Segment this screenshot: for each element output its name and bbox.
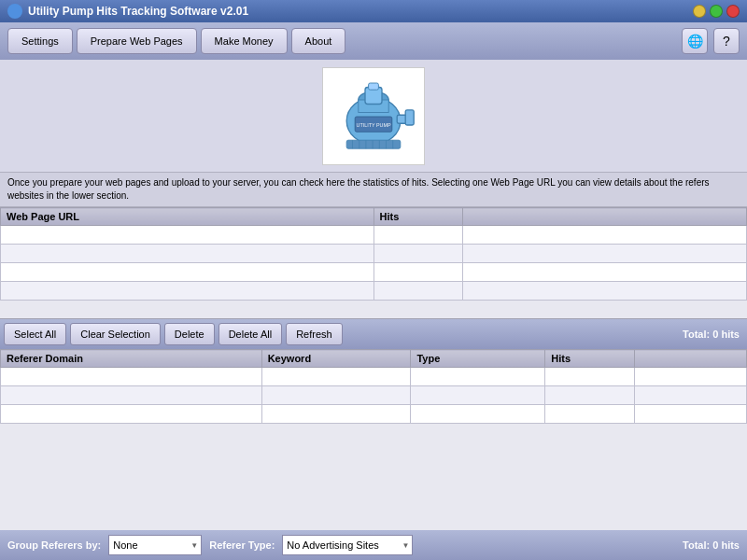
col-hits2: Hits xyxy=(545,350,635,368)
clear-selection-button[interactable]: Clear Selection xyxy=(70,323,161,345)
col-keyword: Keyword xyxy=(261,350,411,368)
svg-text:UTILITY PUMP: UTILITY PUMP xyxy=(357,121,391,127)
help-icon-button[interactable]: ? xyxy=(713,28,740,54)
col-hits: Hits xyxy=(374,208,463,226)
info-text: Once you prepare your web pages and uplo… xyxy=(0,172,747,207)
col-extra2 xyxy=(635,350,747,368)
group-by-label: Group Referers by: xyxy=(7,539,101,551)
referer-type-wrapper[interactable]: No Advertising Sites ▼ xyxy=(282,535,413,555)
top-table-container: Web Page URL Hits xyxy=(0,207,747,319)
top-total-label: Total: 0 hits xyxy=(683,329,743,340)
window-title: Utility Pump Hits Tracking Software v2.0… xyxy=(28,5,248,18)
action-bar: Select All Clear Selection Delete Delete… xyxy=(0,319,747,349)
group-by-wrapper[interactable]: None ▼ xyxy=(108,535,202,555)
product-image: UTILITY PUMP xyxy=(322,67,425,165)
title-bar: Utility Pump Hits Tracking Software v2.0… xyxy=(0,0,747,22)
svg-rect-7 xyxy=(346,140,401,148)
table-row[interactable] xyxy=(1,263,747,282)
maximize-button[interactable] xyxy=(710,5,723,18)
toolbar: Settings Prepare Web Pages Make Money Ab… xyxy=(0,22,747,60)
main-content: UTILITY PUMP Once you prepare your web p… xyxy=(0,60,747,560)
col-referer-domain: Referer Domain xyxy=(1,350,262,368)
minimize-button[interactable] xyxy=(693,5,706,18)
make-money-button[interactable]: Make Money xyxy=(201,28,288,54)
delete-all-button[interactable]: Delete All xyxy=(218,323,282,345)
referer-type-label: Referer Type: xyxy=(209,539,275,551)
globe-icon-button[interactable]: 🌐 xyxy=(682,28,708,54)
settings-button[interactable]: Settings xyxy=(7,28,73,54)
svg-rect-6 xyxy=(405,109,414,124)
table-row[interactable] xyxy=(1,226,747,245)
product-area: UTILITY PUMP xyxy=(0,60,747,172)
bottom-total-label: Total: 0 hits xyxy=(683,539,740,551)
referer-row[interactable] xyxy=(1,386,747,405)
about-button[interactable]: About xyxy=(291,28,346,54)
app-icon xyxy=(7,4,22,19)
window-controls xyxy=(693,5,740,18)
prepare-web-pages-button[interactable]: Prepare Web Pages xyxy=(77,28,197,54)
bottom-table-container: Referer Domain Keyword Type Hits xyxy=(0,349,747,530)
table-row[interactable] xyxy=(1,282,747,301)
svg-rect-4 xyxy=(369,83,379,90)
group-by-select[interactable]: None xyxy=(108,535,202,555)
col-type: Type xyxy=(411,350,545,368)
close-button[interactable] xyxy=(726,5,740,18)
referers-table: Referer Domain Keyword Type Hits xyxy=(0,349,747,424)
referer-type-select[interactable]: No Advertising Sites xyxy=(282,535,413,555)
delete-button[interactable]: Delete xyxy=(164,323,215,345)
toolbar-right-icons: 🌐 ? xyxy=(682,28,740,54)
referer-row[interactable] xyxy=(1,405,747,424)
col-url: Web Page URL xyxy=(1,208,374,226)
select-all-button[interactable]: Select All xyxy=(4,323,66,345)
web-pages-table: Web Page URL Hits xyxy=(0,207,747,301)
bottom-bar: Group Referers by: None ▼ Referer Type: … xyxy=(0,530,747,560)
table-row[interactable] xyxy=(1,245,747,263)
refresh-button[interactable]: Refresh xyxy=(286,323,343,345)
col-extra xyxy=(463,208,747,226)
referer-row[interactable] xyxy=(1,368,747,386)
